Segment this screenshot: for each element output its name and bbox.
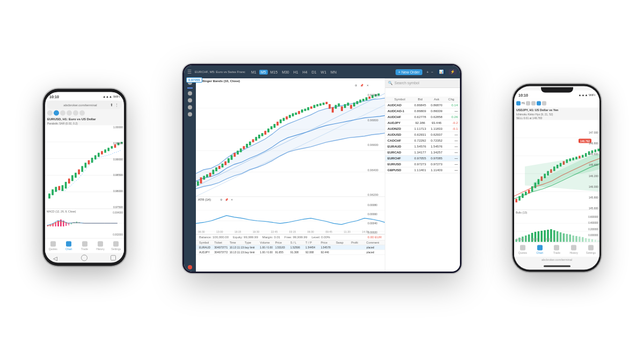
quote-row-euraud[interactable]: EURAUD 1.54576 1.54576 — [385,144,460,150]
sidebar-arrow[interactable] [188,112,192,116]
atr-close-icon[interactable]: ✕ [231,198,233,201]
quote-row-audusd[interactable]: AUDUSD 0.62931 0.62937 — [385,132,460,138]
new-order-button[interactable]: + New Order [396,69,422,75]
q-symbol-11: EURUSD [387,163,412,166]
tf-mn[interactable]: MN [329,70,338,75]
search-placeholder: Search symbol [394,81,419,85]
quote-row-gbpusd[interactable]: GBPUSD 1.11401 1.11403 — [385,167,460,173]
q-chg-1: 0.14 [445,104,458,107]
lp-chart-icon [66,241,71,247]
svg-rect-5 [52,189,54,195]
rp-time-label2: 20:00 [545,238,552,241]
lp-urlbar[interactable]: abcbroker.com/terminal ⬆ ⋮ [47,101,122,109]
order1-sl: 1.52506 [290,246,305,249]
zoom-in-icon[interactable]: + [427,70,429,74]
lp-nav-quotes[interactable]: Quotes [45,239,61,253]
quote-row-audcad[interactable]: AUDCAD 0.86845 0.86870 0.14 [385,102,460,108]
q-ask-4: 93.446 [428,121,444,124]
sidebar-delete[interactable] [188,265,192,269]
order-row-2[interactable]: AUDJPY 304073772 10.13 11:13:24 buy limi… [196,250,385,255]
tf-w1[interactable]: W1 [319,70,328,75]
rp-type-tool[interactable] [537,101,541,105]
rp-indicator-tool[interactable] [526,101,530,105]
order2-comment: placed [367,251,382,254]
indicator-icon[interactable]: ⚡ [449,69,457,75]
chart-tool-icon[interactable] [54,111,59,116]
hamburger-icon[interactable]: ☰ [187,69,192,75]
rp-chart-tool[interactable] [516,101,521,105]
rp-sell-label: SELL 0.01 at 146.783 [516,116,542,120]
zoom-out-icon[interactable]: − [431,70,433,74]
quotes-tool-icon[interactable] [47,111,53,116]
tf-m1[interactable]: M1 [250,70,258,75]
svg-rect-116 [515,199,517,202]
lp-nav-settings[interactable]: Settings [108,239,124,253]
sidebar-fib[interactable] [188,98,192,102]
tf-m15[interactable]: M15 [269,70,280,75]
lp-bottom-nav: Quotes Chart Trade History Settings [45,238,124,253]
lp-nav-trade[interactable]: Trade [77,239,92,253]
svg-rect-64 [252,139,254,142]
home-button[interactable] [81,255,87,261]
tf-d1[interactable]: D1 [310,70,318,75]
order-row-1[interactable]: EURAUD 304073771 10.13 11:13:12 buy limi… [196,245,385,250]
q-symbol-3: AUDCHF [387,115,412,119]
quote-row-eurchf[interactable]: EURCHF 0.97055 0.97085 — [385,156,460,162]
rp-tf-h1[interactable]: H1 [522,101,525,105]
svg-rect-78 [295,113,297,115]
tf-h1[interactable]: H1 [292,70,300,75]
atr-pin-icon[interactable]: 📌 [225,198,228,201]
draw-tool-icon[interactable] [60,111,65,116]
rp-date-label: 12 Oct 10:00 20:00 [516,238,552,241]
quote-row-audcad2[interactable]: AUDCAD-1 0.86809 0.86009 — [385,108,460,114]
quote-row-audchf[interactable]: AUDCHF 0.62778 0.62858 0.26 [385,114,460,120]
chart-type-icon[interactable]: 📊 [437,69,445,75]
svg-rect-167 [582,237,584,242]
lp-nav-history-label: History [96,247,105,251]
atr-settings-icon[interactable]: ⚙ [220,198,222,201]
svg-rect-84 [313,105,316,108]
svg-rect-14 [81,166,83,172]
order2-cur-price: 92.446 [321,251,336,254]
q-chg-11: — [445,163,458,166]
tf-h4[interactable]: H4 [301,70,309,75]
settings-tool-icon[interactable] [73,111,78,116]
q-chg-9: — [445,151,458,154]
quotes-search-bar[interactable]: 🔍 Search symbol [385,78,460,88]
time-2: 13:00 [216,230,223,233]
tf-m5[interactable]: M5 [259,70,268,75]
macd-zero: 0.002000 [113,233,123,236]
rp-p6: 146.000 [580,185,598,188]
quote-row-eurcad[interactable]: EURCAD 1.34177 1.34257 — [385,150,460,156]
sidebar-line[interactable] [187,87,193,89]
rp-more-tool[interactable] [542,101,546,105]
rp-home-indicator [514,262,599,270]
tf-m30[interactable]: M30 [280,70,291,75]
lp-price-3: 0.99000 [107,157,123,160]
rp-draw-tool[interactable] [531,101,536,105]
lp-nav-chart[interactable]: Chart [61,239,76,253]
svg-rect-59 [237,151,239,155]
back-button[interactable]: ◁ [53,255,57,261]
quotes-header: Symbol Bid Ask Chg [385,97,460,102]
quote-row-audjpy[interactable]: AUDJPY 92.386 93.446 -0.2 [385,120,460,126]
q-bid-7: 0.72292 [412,139,428,142]
lp-quotes-icon [50,241,56,247]
quote-row-eurusd[interactable]: EURUSD 0.97273 0.97273 — [385,162,460,167]
more-tool-icon[interactable] [79,111,85,116]
lp-nav-history[interactable]: History [92,239,108,253]
order2-tp: 92.068 [305,251,320,254]
quote-row-audnzd[interactable]: AUDNZD 1.11713 1.11833 -0.1 [385,126,460,132]
order1-profit [351,246,366,249]
phone-left-screen: 10:10 ▲▲▲ WiFi abcbroker.com/terminal ⬆ … [45,92,124,263]
svg-rect-159 [557,231,559,242]
indicator-tool-icon[interactable] [67,111,72,116]
quote-col-chg: Chg [445,98,458,101]
sidebar-text[interactable] [188,105,192,109]
bulls-val-2: 0.400000 [580,222,598,224]
time-5: 22:45 [271,230,278,233]
quote-row-cadchf[interactable]: CADCHF 0.72292 0.72352 — [385,138,460,144]
sidebar-channel[interactable] [188,91,192,96]
recents-button[interactable] [111,255,116,261]
svg-rect-70 [270,126,273,129]
